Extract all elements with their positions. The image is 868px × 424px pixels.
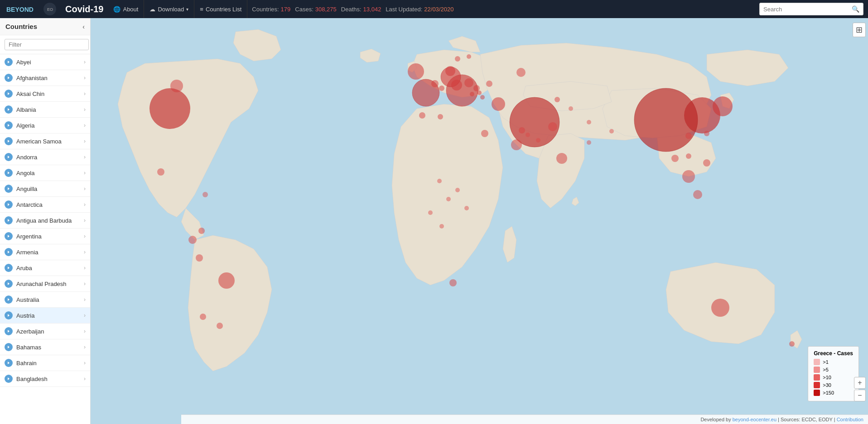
- svg-point-64: [455, 188, 460, 192]
- footer: Developed by beyond-eocenter.eu | Source…: [181, 414, 868, 424]
- zoom-out-button[interactable]: −: [854, 390, 866, 401]
- country-list-item[interactable]: Bahrain ›: [0, 355, 90, 371]
- footer-link[interactable]: beyond-eocenter.eu: [733, 417, 776, 422]
- country-flag: [5, 311, 13, 319]
- country-list-item[interactable]: Aksai Chin ›: [0, 86, 90, 102]
- sidebar-controls: ⇅ Sort: [0, 35, 90, 54]
- country-name: Angola: [16, 170, 34, 176]
- country-list-item[interactable]: Albania ›: [0, 102, 90, 118]
- svg-point-67: [431, 80, 439, 87]
- chevron-right-icon: ›: [84, 138, 86, 144]
- country-list-item[interactable]: Antigua and Barbuda ›: [0, 213, 90, 229]
- svg-point-54: [703, 159, 710, 167]
- country-left: Antarctica: [5, 200, 43, 209]
- contribution-link[interactable]: Contribution: [837, 417, 863, 422]
- countries-list-label: Countries List: [206, 6, 241, 13]
- country-list-item[interactable]: Abyei ›: [0, 54, 90, 70]
- chevron-right-icon: ›: [84, 233, 86, 239]
- legend-label-30: >30: [823, 382, 831, 388]
- country-list-item[interactable]: Anguilla ›: [0, 181, 90, 197]
- world-map[interactable]: [91, 18, 868, 424]
- zoom-controls: + −: [854, 377, 866, 401]
- search-box[interactable]: 🔍: [759, 3, 863, 15]
- country-left: Argentina: [5, 232, 42, 240]
- country-flag: [5, 248, 13, 256]
- legend-row: >1: [814, 359, 853, 365]
- about-nav-item[interactable]: 🌐 About: [108, 0, 144, 18]
- countries-list-nav-item[interactable]: ≡ Countries List: [194, 0, 247, 18]
- country-list-item[interactable]: Angola ›: [0, 165, 90, 181]
- svg-point-41: [711, 299, 729, 317]
- svg-point-47: [200, 314, 206, 320]
- svg-point-69: [473, 85, 480, 91]
- country-name: American Samoa: [16, 138, 62, 145]
- country-name: Azerbaijan: [16, 328, 44, 335]
- country-list-item[interactable]: Argentina ›: [0, 229, 90, 244]
- svg-point-81: [685, 133, 692, 139]
- country-name: Aksai Chin: [16, 91, 44, 97]
- country-list-item[interactable]: Armenia ›: [0, 244, 90, 260]
- legend-row: >10: [814, 374, 853, 381]
- zoom-in-button[interactable]: +: [854, 377, 866, 389]
- country-list-item[interactable]: Algeria ›: [0, 118, 90, 133]
- svg-point-80: [519, 127, 525, 133]
- svg-point-62: [446, 197, 451, 201]
- footer-text: Developed by beyond-eocenter.eu | Source…: [700, 417, 863, 422]
- svg-point-78: [419, 112, 425, 119]
- country-list-item[interactable]: Antarctica ›: [0, 197, 90, 213]
- svg-point-71: [480, 95, 485, 100]
- filter-input[interactable]: [5, 39, 89, 50]
- country-left: Arunachal Pradesh: [5, 280, 67, 288]
- countries-stat-val: 179: [281, 6, 291, 13]
- country-flag: [5, 200, 13, 209]
- search-icon[interactable]: 🔍: [852, 5, 859, 13]
- app-title: Covid-19: [65, 4, 103, 14]
- country-name: Arunachal Pradesh: [16, 281, 67, 287]
- country-flag: [5, 359, 13, 367]
- country-flag: [5, 185, 13, 193]
- country-list-item[interactable]: American Samoa ›: [0, 133, 90, 149]
- country-name: Aruba: [16, 265, 32, 272]
- country-list-item[interactable]: Bahamas ›: [0, 339, 90, 355]
- sidebar-collapse-button[interactable]: ‹: [82, 23, 85, 30]
- country-list-item[interactable]: Austria ›: [0, 308, 90, 324]
- layer-toggle-button[interactable]: ⊞: [853, 23, 866, 37]
- country-flag: [5, 153, 13, 161]
- legend-label-10: >10: [823, 375, 831, 380]
- country-name: Bangladesh: [16, 376, 48, 382]
- country-list-item[interactable]: Australia ›: [0, 292, 90, 308]
- deaths-stat-label: Deaths:: [341, 6, 362, 13]
- country-list-item[interactable]: Aruba ›: [0, 260, 90, 276]
- search-input[interactable]: [763, 6, 852, 13]
- country-list-item[interactable]: Azerbaijan ›: [0, 324, 90, 339]
- header-nav: 🌐 About ☁ Download ▾ ≡ Countries List Co…: [108, 0, 759, 18]
- country-name: Armenia: [16, 249, 38, 256]
- legend-row: >150: [814, 390, 853, 396]
- chevron-right-icon: ›: [84, 201, 86, 208]
- country-left: Abyei: [5, 58, 31, 66]
- svg-point-35: [634, 88, 698, 152]
- legend-row: >30: [814, 382, 853, 388]
- country-left: Aruba: [5, 264, 32, 272]
- svg-point-52: [157, 168, 164, 176]
- svg-point-57: [516, 68, 526, 77]
- country-name: Antarctica: [16, 201, 43, 208]
- country-name: Anguilla: [16, 186, 37, 192]
- country-list-item[interactable]: Andorra ›: [0, 149, 90, 165]
- chevron-right-icon: ›: [84, 249, 86, 255]
- header: BEYOND EO Covid-19 🌐 About ☁ Download ▾ …: [0, 0, 868, 18]
- country-left: Albania: [5, 105, 36, 114]
- cases-stat-val: 308,275: [315, 6, 337, 13]
- svg-point-63: [428, 210, 433, 215]
- svg-text:EO: EO: [47, 7, 53, 12]
- countries-stat-label: Countries:: [252, 6, 279, 13]
- download-nav-item[interactable]: ☁ Download ▾: [144, 0, 194, 18]
- country-list-item[interactable]: Arunachal Pradesh ›: [0, 276, 90, 292]
- country-name: Bahamas: [16, 344, 41, 351]
- country-list-item[interactable]: Afghanistan ›: [0, 70, 90, 86]
- country-flag: [5, 295, 13, 304]
- country-flag: [5, 280, 13, 288]
- country-list-item[interactable]: Bangladesh ›: [0, 371, 90, 387]
- main-content: Countries ‹ ⇅ Sort Abyei › Afghanistan: [0, 18, 868, 424]
- chevron-right-icon: ›: [84, 360, 86, 366]
